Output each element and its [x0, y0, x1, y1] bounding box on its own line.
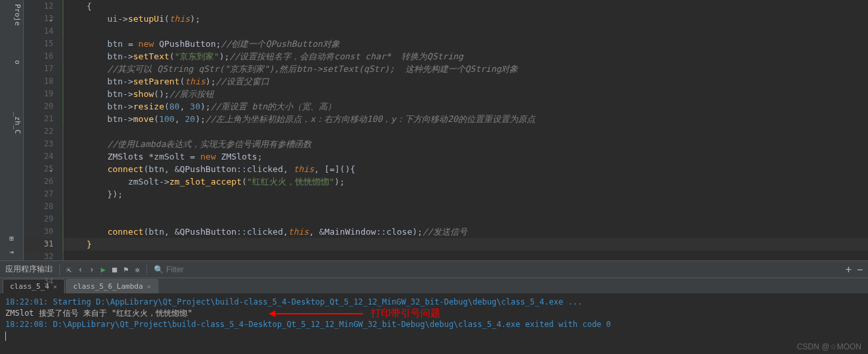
- line-number: 27: [24, 188, 53, 200]
- split-icon[interactable]: ⊞: [9, 234, 14, 243]
- filter-box: 🔍: [154, 265, 839, 274]
- output-panel: 应用程序输出 ⇱ ‹ › ▶ ■ ⚑ ✲ 🔍 + − class_5_4✕cla…: [0, 260, 868, 354]
- line-number: 22: [24, 125, 53, 138]
- line-number: 12: [24, 0, 53, 13]
- sidebar-item-0[interactable]: Proje: [0, 0, 23, 30]
- line-number: 28: [24, 200, 53, 213]
- code-line[interactable]: btn = new QPushButton;//创建一个QPushButton对…: [63, 38, 868, 50]
- line-gutter: 1213▾141516171819202122232425▾2627282930…: [24, 0, 63, 260]
- main-area: Proje o _zh_C ⊞ ⇥ 1213▾14151617181920212…: [0, 0, 868, 260]
- code-line[interactable]: [63, 200, 868, 213]
- run-icon[interactable]: ▶: [101, 265, 106, 274]
- line-number: 26: [24, 175, 53, 188]
- code-line[interactable]: zmSolt->zm_slot_accept("红红火火，恍恍惚惚");: [63, 175, 868, 188]
- console-line: 18:22:08: D:\AppLibrary\Qt_Project\build…: [5, 319, 863, 330]
- code-editor[interactable]: { ui->setupUi(this); btn = new QPushButt…: [63, 0, 868, 260]
- code-line[interactable]: //使用Lambda表达式，实现无参信号调用有参槽函数: [63, 138, 868, 150]
- output-tab[interactable]: class_5_6_Lambda✕: [66, 279, 158, 293]
- line-number: 23: [24, 138, 53, 150]
- code-line[interactable]: btn->setParent(this);//设置父窗口: [63, 75, 868, 88]
- line-number: 15: [24, 38, 53, 50]
- line-number: 24: [24, 150, 53, 163]
- stop-icon[interactable]: ■: [112, 265, 117, 274]
- zoom-in-icon[interactable]: +: [846, 264, 851, 276]
- code-line[interactable]: btn->show();//展示按钮: [63, 88, 868, 100]
- line-number: 33: [24, 263, 53, 276]
- line-number: 17: [24, 63, 53, 75]
- sidebar-item-2[interactable]: _zh_C: [0, 108, 23, 138]
- code-line[interactable]: });: [63, 188, 868, 200]
- left-sidebar: Proje o _zh_C ⊞ ⇥: [0, 0, 24, 260]
- line-number: 14: [24, 25, 53, 38]
- line-number: 31: [24, 238, 53, 251]
- line-number: 25▾: [24, 163, 53, 175]
- code-line[interactable]: connect(btn, &QPushButton::clicked, this…: [63, 163, 868, 175]
- search-icon: 🔍: [154, 265, 164, 274]
- code-line[interactable]: [63, 125, 868, 138]
- arrow-icon[interactable]: ⇥: [9, 248, 14, 256]
- forward-icon[interactable]: ›: [89, 265, 94, 274]
- code-line[interactable]: btn->move(100, 20);//左上角为坐标初始原点，x：右方向移动1…: [63, 113, 868, 125]
- code-line[interactable]: //其实可以 QString qStr("京东到家"),然后btn->setTe…: [63, 63, 868, 75]
- line-number: 30: [24, 225, 53, 238]
- close-icon[interactable]: ✕: [147, 283, 151, 290]
- code-line[interactable]: [63, 213, 868, 225]
- output-tabs: class_5_4✕class_5_6_Lambda✕: [0, 278, 868, 294]
- annotation: 打印带引号问题: [271, 308, 440, 319]
- line-number: 21: [24, 113, 53, 125]
- line-number: 16: [24, 50, 53, 63]
- line-number: 19: [24, 88, 53, 100]
- code-line[interactable]: [63, 25, 868, 38]
- line-number: 13▾: [24, 13, 53, 25]
- code-line[interactable]: connect(btn, &QPushButton::clicked,this,…: [63, 225, 868, 238]
- code-line[interactable]: ZMSlots *zmSolt = new ZMSlots;: [63, 150, 868, 163]
- zoom-out-icon[interactable]: −: [857, 264, 863, 276]
- code-line[interactable]: btn->setText("京东到家");//设置按钮名字，会自动将const …: [63, 50, 868, 63]
- locate-icon[interactable]: ⇱: [67, 265, 71, 274]
- code-line[interactable]: btn->resize(80, 30);//重设置 btn的大小（宽、高）: [63, 100, 868, 113]
- line-number: 20: [24, 100, 53, 113]
- output-toolbar: 应用程序输出 ⇱ ‹ › ▶ ■ ⚑ ✲ 🔍 + −: [0, 261, 868, 278]
- code-line[interactable]: [63, 251, 868, 260]
- console[interactable]: 打印带引号问题 18:22:01: Starting D:\AppLibrary…: [0, 294, 868, 354]
- filter-input[interactable]: [166, 265, 246, 274]
- back-icon[interactable]: ‹: [78, 265, 83, 274]
- console-line: 18:22:01: Starting D:\AppLibrary\Qt_Proj…: [5, 297, 863, 308]
- code-line[interactable]: {: [63, 0, 868, 13]
- watermark: CSDN @☆MOON: [797, 342, 861, 351]
- line-number: 18: [24, 75, 53, 88]
- close-icon[interactable]: ✕: [53, 283, 57, 290]
- settings-icon[interactable]: ✲: [135, 265, 139, 274]
- line-number: 29: [24, 213, 53, 225]
- line-number: 34: [24, 276, 53, 288]
- code-line[interactable]: }: [63, 238, 868, 251]
- code-line[interactable]: ui->setupUi(this);: [63, 13, 868, 25]
- sidebar-item-1[interactable]: o: [0, 56, 23, 69]
- attach-icon[interactable]: ⚑: [123, 265, 128, 274]
- line-number: 32: [24, 251, 53, 263]
